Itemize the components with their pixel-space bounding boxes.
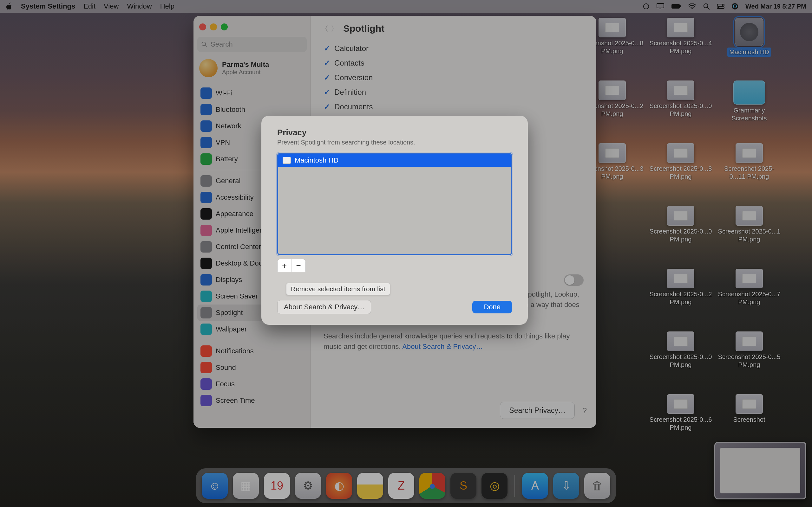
privacy-add-remove-controls: + − bbox=[277, 259, 512, 272]
done-button[interactable]: Done bbox=[472, 301, 512, 314]
privacy-add-button[interactable]: + bbox=[277, 259, 292, 272]
about-search-privacy-button[interactable]: About Search & Privacy… bbox=[277, 300, 371, 314]
disk-icon bbox=[283, 157, 291, 164]
privacy-remove-button[interactable]: − bbox=[292, 259, 305, 272]
privacy-desc: Prevent Spotlight from searching these l… bbox=[277, 139, 512, 146]
privacy-list-item[interactable]: Macintosh HD bbox=[278, 154, 511, 167]
privacy-exclusion-list[interactable]: Macintosh HD bbox=[277, 153, 512, 255]
spotlight-privacy-sheet: Privacy Prevent Spotlight from searching… bbox=[261, 116, 528, 325]
remove-tooltip: Remove selected items from list bbox=[286, 283, 390, 295]
privacy-title: Privacy bbox=[277, 128, 512, 137]
privacy-item-name: Macintosh HD bbox=[295, 156, 339, 164]
